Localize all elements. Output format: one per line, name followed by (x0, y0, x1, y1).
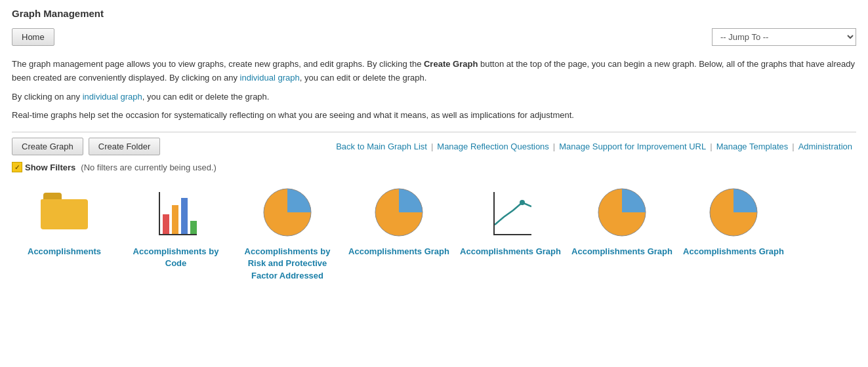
filter-status: (No filters are currently being used.) (81, 163, 217, 172)
graph-label-accomplishments-by-code: Accomplishments by Code (123, 246, 228, 269)
barchart-shape (152, 189, 199, 235)
graph-item-accomplishments-by-risk[interactable]: Accomplishments by Risk and Protective F… (235, 183, 340, 282)
description-line2: By clicking on any individual graph, you… (12, 90, 856, 104)
action-links: Back to Main Graph List | Manage Reflect… (332, 142, 856, 151)
piechart-svg-4 (707, 186, 760, 239)
show-filters-toggle[interactable]: ✓ Show Filters (12, 162, 75, 172)
graph-label-accomplishments-graph-2: Accomplishments Graph (460, 246, 561, 258)
graph-label-accomplishments-graph-1: Accomplishments Graph (348, 246, 449, 258)
folder-icon (35, 183, 94, 242)
folder-shape (41, 193, 88, 232)
svg-point-4 (520, 200, 525, 205)
piechart-svg-risk (261, 186, 314, 239)
piechart-icon-4 (704, 183, 763, 242)
piechart-icon-risk (258, 183, 317, 242)
graph-label-accomplishments-graph-4: Accomplishments Graph (683, 246, 784, 258)
jump-to-select[interactable]: -- Jump To -- (712, 28, 856, 46)
create-graph-button[interactable]: Create Graph (12, 138, 83, 155)
piechart-icon-1 (369, 183, 428, 242)
filter-label: Show Filters (25, 163, 75, 172)
create-folder-button[interactable]: Create Folder (89, 138, 160, 155)
graph-item-accomplishments-graph-3[interactable]: Accomplishments Graph (569, 183, 674, 282)
graph-item-accomplishments-by-code[interactable]: Accomplishments by Code (123, 183, 228, 282)
graph-item-accomplishments[interactable]: Accomplishments (12, 183, 117, 282)
description-section: The graph management page allows you to … (12, 58, 856, 123)
linechart-icon (481, 183, 540, 242)
linechart-shape (487, 189, 534, 235)
piechart-icon-3 (592, 183, 651, 242)
piechart-svg-3 (596, 186, 648, 239)
graph-item-accomplishments-graph-2[interactable]: Accomplishments Graph (458, 183, 563, 282)
top-bar: Home -- Jump To -- (12, 28, 856, 46)
description-line1: The graph management page allows you to … (12, 58, 856, 85)
linechart-svg (495, 192, 531, 234)
description-line3: Real-time graphs help set the occasion f… (12, 109, 856, 123)
barchart-icon (146, 183, 205, 242)
graph-label-accomplishments: Accomplishments (28, 246, 101, 258)
filter-checkbox-icon: ✓ (12, 162, 22, 172)
administration-link[interactable]: Administration (795, 142, 856, 151)
manage-reflection-link[interactable]: Manage Reflection Questions (433, 142, 553, 151)
filters-bar: ✓ Show Filters (No filters are currently… (12, 162, 856, 172)
piechart-svg-1 (373, 186, 425, 239)
graphs-grid: Accomplishments Accomplishments by Code (12, 183, 856, 282)
graph-item-accomplishments-graph-4[interactable]: Accomplishments Graph (681, 183, 786, 282)
graph-label-accomplishments-by-risk: Accomplishments by Risk and Protective F… (235, 246, 340, 282)
action-bar: Create Graph Create Folder Back to Main … (12, 132, 856, 155)
graph-item-accomplishments-graph-1[interactable]: Accomplishments Graph (346, 183, 451, 282)
back-to-list-link[interactable]: Back to Main Graph List (332, 142, 431, 151)
action-buttons: Create Graph Create Folder (12, 138, 332, 155)
manage-templates-link[interactable]: Manage Templates (713, 142, 793, 151)
home-button[interactable]: Home (12, 28, 54, 46)
page-title: Graph Management (12, 8, 856, 19)
manage-support-link[interactable]: Manage Support for Improvement URL (555, 142, 710, 151)
graph-label-accomplishments-graph-3: Accomplishments Graph (571, 246, 672, 258)
